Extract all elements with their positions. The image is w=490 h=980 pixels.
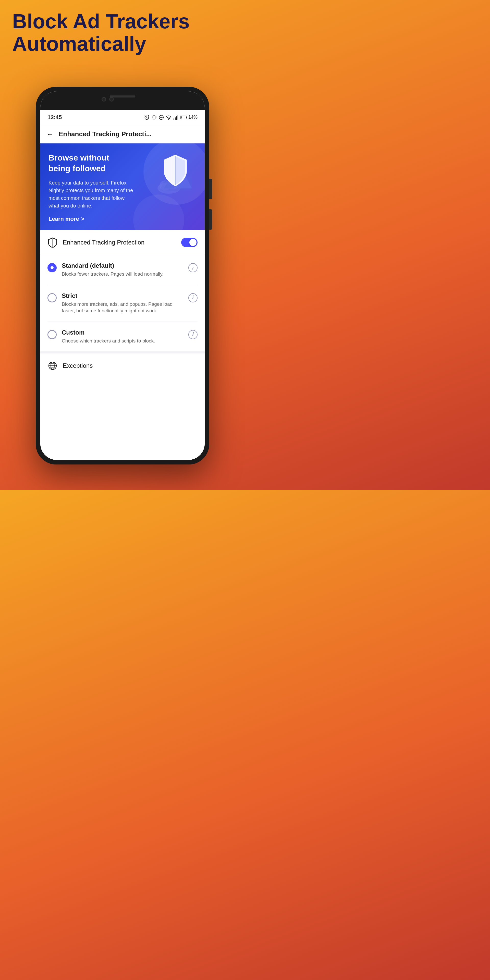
exceptions-row[interactable]: Exceptions — [40, 353, 205, 378]
banner: Browse without being followed Keep your … — [40, 143, 205, 230]
dnd-icon — [159, 115, 164, 120]
signal-icon — [173, 115, 178, 120]
strict-radio[interactable] — [48, 293, 57, 302]
battery-percent: 14% — [188, 115, 197, 120]
standard-desc: Blocks fewer trackers. Pages will load n… — [62, 271, 183, 278]
strict-info-icon[interactable]: i — [188, 293, 197, 302]
status-icons: 14% — [144, 115, 197, 120]
standard-radio[interactable] — [48, 263, 57, 272]
custom-option[interactable]: Custom Choose which trackers and scripts… — [48, 322, 197, 352]
banner-shield — [159, 153, 192, 192]
standard-info-icon[interactable]: i — [188, 263, 197, 272]
vibrate-icon — [151, 115, 157, 120]
battery-icon: 14% — [180, 115, 197, 120]
phone-mockup: 12:45 — [36, 87, 209, 465]
wifi-icon — [166, 115, 172, 120]
status-bar: 12:45 — [40, 110, 205, 125]
strict-desc: Blocks more trackers, ads, and popups. P… — [62, 301, 183, 314]
exceptions-label: Exceptions — [63, 362, 93, 369]
radio-options: Standard (default) Blocks fewer trackers… — [40, 255, 205, 353]
svg-rect-7 — [176, 116, 177, 120]
shield-graphic — [159, 153, 192, 191]
headline: Block Ad Trackers Automatically — [12, 10, 233, 55]
custom-info-icon[interactable]: i — [188, 330, 197, 339]
svg-point-4 — [169, 119, 169, 119]
standard-option[interactable]: Standard (default) Blocks fewer trackers… — [48, 255, 197, 285]
tracking-protection-toggle[interactable] — [181, 238, 197, 247]
strict-content: Strict Blocks more trackers, ads, and po… — [62, 292, 183, 314]
custom-desc: Choose which trackers and scripts to blo… — [62, 338, 183, 345]
custom-content: Custom Choose which trackers and scripts… — [62, 329, 183, 345]
screen-content: 12:45 — [40, 110, 205, 460]
app-bar-title: Enhanced Tracking Protecti... — [59, 130, 199, 138]
phone-screen: 12:45 — [40, 91, 205, 460]
strict-title: Strict — [62, 292, 183, 299]
svg-rect-11 — [186, 117, 187, 118]
phone-camera-right — [109, 97, 114, 102]
status-time: 12:45 — [48, 114, 62, 121]
custom-title: Custom — [62, 329, 183, 336]
standard-title: Standard (default) — [62, 262, 183, 269]
phone-top-bar — [40, 91, 205, 110]
svg-rect-1 — [153, 116, 155, 119]
headline-text: Block Ad Trackers Automatically — [12, 10, 233, 55]
svg-rect-8 — [177, 115, 178, 120]
shield-icon — [48, 237, 58, 248]
svg-rect-5 — [173, 118, 174, 120]
back-button[interactable]: ← — [46, 130, 54, 138]
learn-more-link[interactable]: Learn more > — [48, 216, 197, 222]
banner-description: Keep your data to yourself. Firefox Nigh… — [48, 179, 135, 210]
svg-rect-6 — [175, 118, 176, 120]
app-bar: ← Enhanced Tracking Protecti... — [40, 125, 205, 143]
globe-icon — [48, 361, 58, 371]
phone-speaker — [110, 95, 135, 97]
alarm-icon — [144, 115, 150, 120]
custom-radio[interactable] — [48, 330, 57, 339]
tracking-protection-label: Enhanced Tracking Protection — [63, 239, 176, 246]
banner-title: Browse without being followed — [48, 153, 130, 174]
standard-content: Standard (default) Blocks fewer trackers… — [62, 262, 183, 278]
battery-svg — [180, 115, 187, 119]
strict-option[interactable]: Strict Blocks more trackers, ads, and po… — [48, 285, 197, 322]
settings-list: Enhanced Tracking Protection Standard (d… — [40, 230, 205, 378]
phone-camera-left — [102, 97, 106, 102]
toggle-knob — [189, 239, 197, 246]
svg-rect-10 — [180, 116, 181, 118]
tracking-protection-row: Enhanced Tracking Protection — [40, 230, 205, 255]
